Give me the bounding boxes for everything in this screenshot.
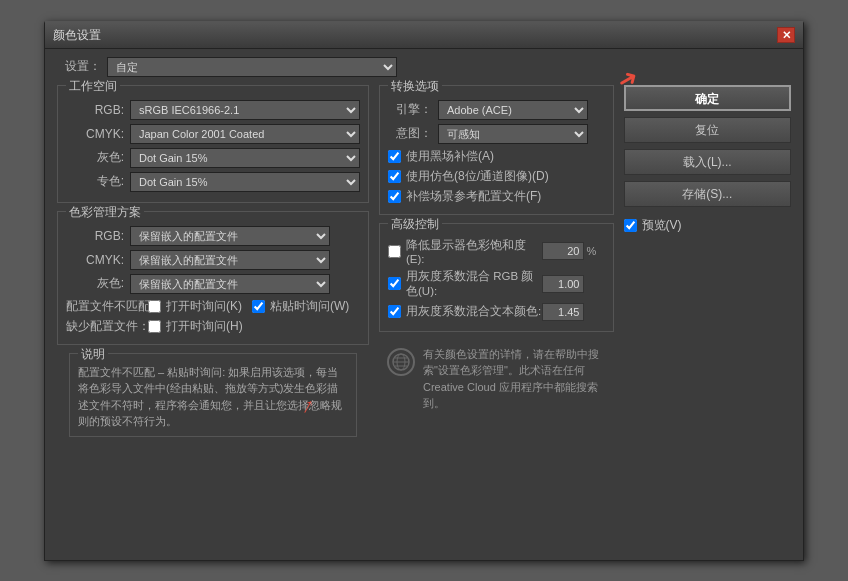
cmyk-row: CMYK: Japan Color 2001 Coated	[66, 124, 360, 144]
engine-dropdown[interactable]: Adobe (ACE)	[438, 100, 588, 120]
cm-cmyk-row: CMYK: 保留嵌入的配置文件	[66, 250, 360, 270]
missing-open-checkbox[interactable]	[148, 320, 161, 333]
desaturate-input[interactable]	[542, 242, 584, 260]
cmyk-dropdown[interactable]: Japan Color 2001 Coated	[130, 124, 360, 144]
gray-label: 灰色:	[66, 149, 124, 166]
advanced-group: 高级控制 降低显示器色彩饱和度(E): % 用灰度系数混合 RGB 颜色(U):	[379, 223, 614, 332]
cm-gray-dropdown[interactable]: 保留嵌入的配置文件	[130, 274, 330, 294]
left-panel: 工作空间 RGB: sRGB IEC61966-2.1 CMYK: Japan …	[57, 85, 369, 441]
cmyk-label: CMYK:	[66, 127, 124, 141]
color-management-title: 色彩管理方案	[66, 204, 144, 221]
workspace-title: 工作空间	[66, 78, 120, 95]
dither-checkbox[interactable]	[388, 170, 401, 183]
cm-cmyk-label: CMYK:	[66, 253, 124, 267]
desaturate-checkbox[interactable]	[388, 245, 401, 258]
engine-label: 引擎：	[388, 101, 432, 118]
workspace-group: 工作空间 RGB: sRGB IEC61966-2.1 CMYK: Japan …	[57, 85, 369, 203]
preview-label: 预览(V)	[642, 217, 682, 234]
missing-open-label: 打开时询问(H)	[166, 318, 243, 335]
gray-row: 灰色: Dot Gain 15%	[66, 148, 360, 168]
title-bar: 颜色设置 ✕	[45, 23, 803, 49]
compensate-row: 补偿场景参考配置文件(F)	[388, 188, 605, 205]
intent-dropdown[interactable]: 可感知	[438, 124, 588, 144]
desaturate-unit: %	[587, 245, 605, 257]
rgb-row: RGB: sRGB IEC61966-2.1	[66, 100, 360, 120]
gray-dropdown[interactable]: Dot Gain 15%	[130, 148, 360, 168]
spot-row: 专色: Dot Gain 15%	[66, 172, 360, 192]
black-point-label: 使用黑场补偿(A)	[406, 148, 494, 165]
description-title: 说明	[78, 346, 108, 363]
preview-checkbox[interactable]	[624, 219, 637, 232]
reset-button[interactable]: 复位	[624, 117, 792, 143]
rgb-dropdown[interactable]: sRGB IEC61966-2.1	[130, 100, 360, 120]
spot-label: 专色:	[66, 173, 124, 190]
dialog-title: 颜色设置	[53, 27, 101, 44]
blend-rgb-label: 用灰度系数混合 RGB 颜色(U):	[406, 269, 542, 299]
blend-text-input[interactable]	[542, 303, 584, 321]
cm-rgb-row: RGB: 保留嵌入的配置文件	[66, 226, 360, 246]
close-button[interactable]: ✕	[777, 27, 795, 43]
mismatch-label: 配置文件不匹配：	[66, 299, 144, 314]
blend-text-checkbox[interactable]	[388, 305, 401, 318]
blend-rgb-row: 用灰度系数混合 RGB 颜色(U):	[388, 269, 605, 299]
advanced-title: 高级控制	[388, 216, 442, 233]
right-panel: 确定 复位 载入(L)... 存储(S)... 预览(V)	[624, 85, 792, 441]
paste-mismatch-checkbox-row: 粘贴时询问(W)	[252, 298, 349, 315]
settings-dropdown[interactable]: 自定	[107, 57, 397, 77]
intent-row: 意图： 可感知	[388, 124, 605, 144]
blend-rgb-input[interactable]	[542, 275, 584, 293]
cm-cmyk-dropdown[interactable]: 保留嵌入的配置文件	[130, 250, 330, 270]
open-mismatch-checkbox-row: 打开时询问(K)	[148, 298, 242, 315]
cm-gray-label: 灰色:	[66, 275, 124, 292]
cm-rgb-label: RGB:	[66, 229, 124, 243]
paste-mismatch-checkbox[interactable]	[252, 300, 265, 313]
open-mismatch-checkbox[interactable]	[148, 300, 161, 313]
rgb-label: RGB:	[66, 103, 124, 117]
info-text: 有关颜色设置的详情，请在帮助中搜索"设置色彩管理"。此术语在任何 Creativ…	[423, 346, 606, 412]
description-box: 说明 配置文件不匹配 – 粘贴时询问: 如果启用该选项，每当将色彩导入文件中(经…	[69, 353, 357, 437]
intent-label: 意图：	[388, 125, 432, 142]
description-text: 配置文件不匹配 – 粘贴时询问: 如果启用该选项，每当将色彩导入文件中(经由粘贴…	[78, 360, 348, 430]
globe-icon	[387, 348, 415, 376]
blend-text-label: 用灰度系数混合文本颜色:	[406, 304, 542, 319]
blend-text-row: 用灰度系数混合文本颜色:	[388, 303, 605, 321]
open-mismatch-label: 打开时询问(K)	[166, 298, 242, 315]
info-section: 有关颜色设置的详情，请在帮助中搜索"设置色彩管理"。此术语在任何 Creativ…	[379, 340, 614, 418]
cm-gray-row: 灰色: 保留嵌入的配置文件	[66, 274, 360, 294]
spot-dropdown[interactable]: Dot Gain 15%	[130, 172, 360, 192]
dither-row: 使用仿色(8位/通道图像)(D)	[388, 168, 605, 185]
convert-options-group: 转换选项 引擎： Adobe (ACE) 意图： 可感知 使用黑场补偿(A	[379, 85, 614, 215]
missing-label: 缺少配置文件：	[66, 319, 144, 334]
blend-rgb-checkbox[interactable]	[388, 277, 401, 290]
desaturate-label: 降低显示器色彩饱和度(E):	[406, 238, 542, 265]
desaturate-row: 降低显示器色彩饱和度(E): %	[388, 238, 605, 265]
cm-rgb-dropdown[interactable]: 保留嵌入的配置文件	[130, 226, 330, 246]
engine-row: 引擎： Adobe (ACE)	[388, 100, 605, 120]
ok-button[interactable]: 确定	[624, 85, 792, 111]
color-settings-dialog: 颜色设置 ✕ ➜ ↑ 设置： 自定 工作空间 RGB: sRGB IEC6196…	[44, 21, 804, 561]
black-point-row: 使用黑场补偿(A)	[388, 148, 605, 165]
color-management-group: 色彩管理方案 RGB: 保留嵌入的配置文件 CMYK: 保留嵌入的配置文件 灰色…	[57, 211, 369, 345]
paste-mismatch-label: 粘贴时询问(W)	[270, 298, 349, 315]
preview-row: 预览(V)	[624, 213, 792, 234]
compensate-checkbox[interactable]	[388, 190, 401, 203]
dither-label: 使用仿色(8位/通道图像)(D)	[406, 168, 549, 185]
convert-title: 转换选项	[388, 78, 442, 95]
middle-panel: 转换选项 引擎： Adobe (ACE) 意图： 可感知 使用黑场补偿(A	[379, 85, 614, 441]
black-point-checkbox[interactable]	[388, 150, 401, 163]
save-button[interactable]: 存储(S)...	[624, 181, 792, 207]
settings-label: 设置：	[57, 58, 101, 75]
missing-open-checkbox-row: 打开时询问(H)	[148, 318, 243, 335]
load-button[interactable]: 载入(L)...	[624, 149, 792, 175]
compensate-label: 补偿场景参考配置文件(F)	[406, 188, 541, 205]
